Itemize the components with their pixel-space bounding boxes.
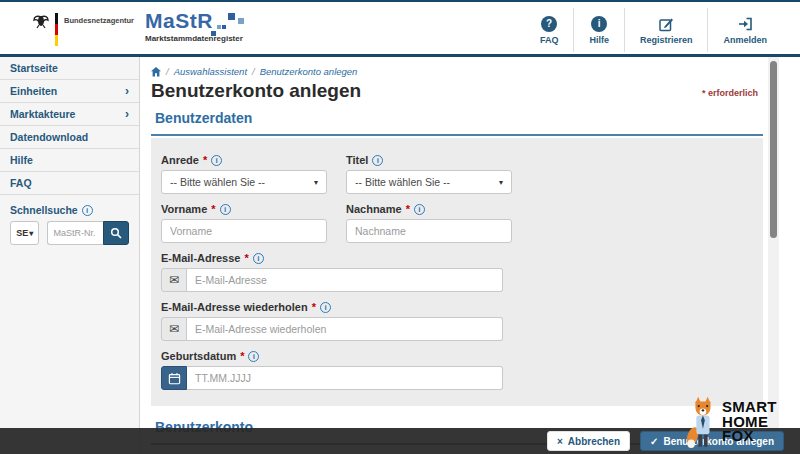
benutzerdaten-panel: Anrede * i -- Bitte wählen Sie -- ▾ Tite… (151, 138, 763, 406)
mastr-logo-text: MaStR (145, 9, 265, 33)
nav-faq[interactable]: ? FAQ (525, 8, 574, 52)
info-icon[interactable]: i (211, 155, 222, 166)
info-icon[interactable]: i (253, 253, 264, 264)
caret-down-icon: ▾ (499, 178, 503, 187)
field-anrede: Anrede * i -- Bitte wählen Sie -- ▾ (161, 154, 327, 194)
nachname-input[interactable] (346, 219, 512, 243)
logo-square (238, 18, 244, 24)
info-icon[interactable]: i (82, 205, 93, 216)
vorname-input[interactable] (161, 219, 327, 243)
logo-square (211, 31, 216, 36)
cancel-button[interactable]: × Abbrechen (547, 431, 630, 451)
login-arrow-icon (737, 16, 753, 32)
quicksearch-button[interactable] (103, 221, 129, 245)
agency-name: Bundesnetzagentur (64, 16, 134, 25)
sidebar-item-startseite[interactable]: Startseite (0, 57, 139, 80)
required-mark: * (240, 350, 244, 362)
nav-hilfe[interactable]: i Hilfe (573, 8, 624, 52)
logo-square (228, 13, 235, 20)
caret-down-icon: ▾ (29, 229, 33, 238)
geburtsdatum-input[interactable] (187, 366, 503, 390)
header-nav: ? FAQ i Hilfe Registrieren (525, 8, 782, 52)
home-icon[interactable] (151, 67, 161, 77)
scrollbar-thumb[interactable] (770, 61, 777, 238)
breadcrumb-benutzerkonto-anlegen[interactable]: Benutzerkonto anlegen (260, 66, 358, 77)
anrede-select[interactable]: -- Bitte wählen Sie -- ▾ (161, 170, 327, 194)
chevron-right-icon: › (125, 103, 129, 126)
page-title: Benutzerkonto anlegen (151, 80, 361, 102)
quicksearch-category-select[interactable]: SE ▾ (10, 221, 39, 245)
mastr-logo[interactable]: MaStR Marktstammdatenregister (145, 9, 265, 43)
nav-registrieren[interactable]: Registrieren (624, 8, 708, 52)
quicksearch-row: SE ▾ (10, 221, 129, 245)
sidebar-item-marktakteure[interactable]: Marktakteure › (0, 103, 139, 126)
email-input[interactable] (187, 268, 503, 292)
required-mark: * (244, 252, 248, 264)
envelope-icon: ✉ (161, 268, 187, 292)
mastr-logo-subtitle: Marktstammdatenregister (145, 34, 265, 43)
info-icon[interactable]: i (414, 204, 425, 215)
field-nachname: Nachname * i (346, 203, 512, 243)
info-circle-icon: i (591, 16, 607, 32)
calendar-icon (168, 372, 181, 385)
sidebar-item-einheiten[interactable]: Einheiten › (0, 80, 139, 103)
breadcrumb-auswahlassistent[interactable]: Auswahlassistent (174, 66, 247, 77)
main-content: / Auswahlassistent / Benutzerkonto anleg… (141, 57, 768, 454)
required-mark: * (406, 203, 410, 215)
close-icon: × (557, 436, 563, 447)
sidebar-item-datendownload[interactable]: Datendownload (0, 126, 139, 149)
mastr-registration-page: Bundesnetzagentur MaStR Marktstammdatenr… (0, 0, 800, 454)
fox-mascot-icon (686, 396, 718, 452)
info-icon[interactable]: i (372, 155, 383, 166)
field-vorname: Vorname * i (161, 203, 327, 243)
chevron-right-icon: › (125, 80, 129, 103)
required-hint: * erforderlich (702, 88, 758, 98)
sidebar-item-faq[interactable]: FAQ (0, 172, 139, 195)
quicksearch-input[interactable] (47, 221, 103, 245)
sidebar: Startseite Einheiten › Marktakteure › Da… (0, 57, 140, 454)
datepicker-button[interactable] (161, 366, 187, 390)
info-icon[interactable]: i (248, 351, 259, 362)
info-icon[interactable]: i (220, 204, 231, 215)
field-email-repeat: E-Mail-Adresse wiederholen * i ✉ (161, 301, 503, 341)
sidebar-item-hilfe[interactable]: Hilfe (0, 149, 139, 172)
envelope-icon: ✉ (161, 317, 187, 341)
search-icon (110, 227, 122, 239)
smart-home-fox-watermark: SMART HOME FOX (686, 396, 777, 452)
sticky-action-bar: × Abbrechen ✓ Benutzerkonto anlegen (0, 428, 800, 454)
breadcrumb: / Auswahlassistent / Benutzerkonto anleg… (151, 66, 357, 77)
federal-eagle-icon (33, 13, 49, 29)
bundesnetzagentur-logo[interactable]: Bundesnetzagentur (33, 13, 134, 46)
caret-down-icon: ▾ (314, 178, 318, 187)
field-email: E-Mail-Adresse * i ✉ (161, 252, 503, 292)
nav-anmelden[interactable]: Anmelden (707, 8, 782, 52)
required-mark: * (312, 301, 316, 313)
field-geburtsdatum: Geburtsdatum * i (161, 350, 503, 390)
required-mark: * (203, 154, 207, 166)
check-icon: ✓ (650, 436, 658, 447)
required-mark: * (211, 203, 215, 215)
german-flag-stripe (55, 13, 58, 46)
info-icon[interactable]: i (320, 302, 331, 313)
section-benutzerdaten: Benutzerdaten (151, 110, 763, 136)
register-pencil-icon (658, 16, 674, 32)
email-repeat-input[interactable] (187, 317, 503, 341)
logo-square (217, 25, 221, 29)
question-circle-icon: ? (541, 16, 557, 32)
app-header: Bundesnetzagentur MaStR Marktstammdatenr… (0, 0, 800, 57)
logo-square (222, 25, 226, 29)
quicksearch-label: Schnellsuche i (10, 204, 129, 216)
field-titel: Titel i -- Bitte wählen Sie -- ▾ (346, 154, 512, 194)
titel-select[interactable]: -- Bitte wählen Sie -- ▾ (346, 170, 512, 194)
